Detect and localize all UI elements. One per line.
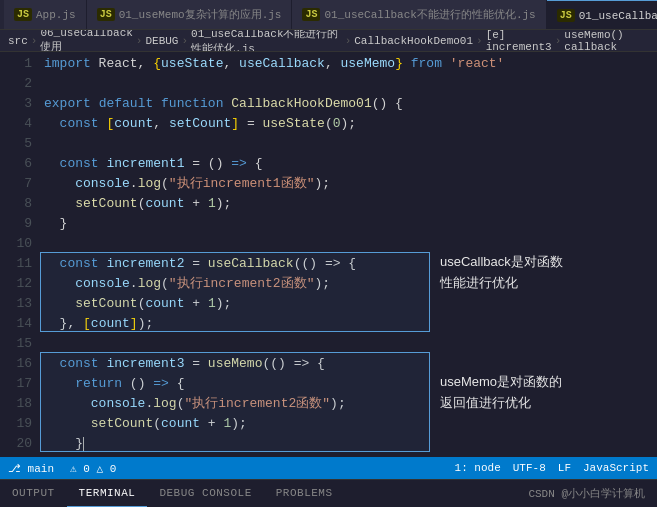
code-line-1: import React, {useState, useCallback, us… (44, 54, 657, 74)
js-icon: JS (302, 8, 320, 21)
code-line-13: setCount(count + 1); (44, 294, 657, 314)
bottom-panel: OUTPUT TERMINAL DEBUG CONSOLE PROBLEMS C… (0, 479, 657, 507)
panel-debug-console[interactable]: DEBUG CONSOLE (147, 480, 263, 508)
code-line-19: setCount(count + 1); (44, 414, 657, 434)
panel-output[interactable]: OUTPUT (0, 480, 67, 508)
tab-label: 01_useCallback不能进行的性能优化.js (324, 7, 535, 22)
breadcrumb-sep: › (136, 35, 143, 47)
code-line-18: console.log("执行increment2函数"); (44, 394, 657, 414)
js-icon: JS (14, 8, 32, 21)
editor-area: 1 2 3 4 5 6 7 8 9 10 11 12 13 14 15 16 1… (0, 52, 657, 457)
status-right: 1: node UTF-8 LF JavaScript (455, 462, 649, 474)
code-line-6: const increment1 = () => { (44, 154, 657, 174)
tab-callback-no-opt[interactable]: JS 01_useCallback不能进行的性能优化.js (292, 0, 546, 30)
code-line-12: console.log("执行increment2函数"); (44, 274, 657, 294)
code-editor[interactable]: import React, {useState, useCallback, us… (40, 52, 657, 457)
tab-usememo[interactable]: JS 01_useMemo复杂计算的应用.js (87, 0, 293, 30)
breadcrumb-usememo-cb[interactable]: useMemo() callback (564, 30, 649, 52)
panel-terminal[interactable]: TERMINAL (67, 480, 148, 508)
code-line-16: const increment3 = useMemo(() => { (44, 354, 657, 374)
code-line-5 (44, 134, 657, 154)
code-line-8: setCount(count + 1); (44, 194, 657, 214)
line-ending: LF (558, 462, 571, 474)
tab-label: App.js (36, 9, 76, 21)
breadcrumb-file[interactable]: 01_useCallback不能进行的性能优化.js (191, 30, 342, 52)
git-branch: ⎇ main (8, 462, 54, 475)
panel-problems[interactable]: PROBLEMS (264, 480, 345, 508)
breadcrumb-debug[interactable]: DEBUG (145, 35, 178, 47)
encoding: UTF-8 (513, 462, 546, 474)
code-line-17: return () => { (44, 374, 657, 394)
breadcrumb-increment3[interactable]: [e] increment3 (486, 30, 552, 52)
breadcrumb-src[interactable]: src (8, 35, 28, 47)
breadcrumb: src › 06_useCallback使用 › DEBUG › 01_useC… (0, 30, 657, 52)
csdn-watermark: CSDN @小小白学计算机 (528, 486, 657, 501)
breadcrumb-folder[interactable]: 06_useCallback使用 (40, 30, 132, 52)
js-icon: JS (557, 9, 575, 22)
errors-warnings: ⚠ 0 △ 0 (70, 462, 116, 475)
line-numbers: 1 2 3 4 5 6 7 8 9 10 11 12 13 14 15 16 1… (0, 52, 40, 457)
breadcrumb-sep: › (31, 35, 38, 47)
tab-app-js[interactable]: JS App.js (4, 0, 87, 30)
breadcrumb-sep: › (345, 35, 352, 47)
code-line-10 (44, 234, 657, 254)
breadcrumb-sep: › (555, 35, 562, 47)
code-line-15 (44, 334, 657, 354)
tab-callback-opt[interactable]: JS 01_useCallback个能进行性能优化.js (547, 0, 657, 30)
code-line-2 (44, 74, 657, 94)
breadcrumb-sep: › (476, 35, 483, 47)
code-line-9: } (44, 214, 657, 234)
code-line-20: } (44, 434, 657, 454)
breadcrumb-sep: › (181, 35, 188, 47)
status-bar: ⎇ main ⚠ 0 △ 0 1: node UTF-8 LF JavaScri… (0, 457, 657, 479)
breadcrumb-fn[interactable]: CallbackHookDemo01 (354, 35, 473, 47)
code-line-11: const increment2 = useCallback(() => { (44, 254, 657, 274)
code-line-3: export default function CallbackHookDemo… (44, 94, 657, 114)
code-line-7: console.log("执行increment1函数"); (44, 174, 657, 194)
tab-bar: JS App.js JS 01_useMemo复杂计算的应用.js JS 01_… (0, 0, 657, 30)
code-line-4: const [count, setCount] = useState(0); (44, 114, 657, 134)
cursor-position: 1: node (455, 462, 501, 474)
language: JavaScript (583, 462, 649, 474)
tab-label: 01_useCallback个能进行性能优化.js (579, 8, 657, 23)
tab-label: 01_useMemo复杂计算的应用.js (119, 7, 282, 22)
code-line-14: }, [count]); (44, 314, 657, 334)
js-icon: JS (97, 8, 115, 21)
